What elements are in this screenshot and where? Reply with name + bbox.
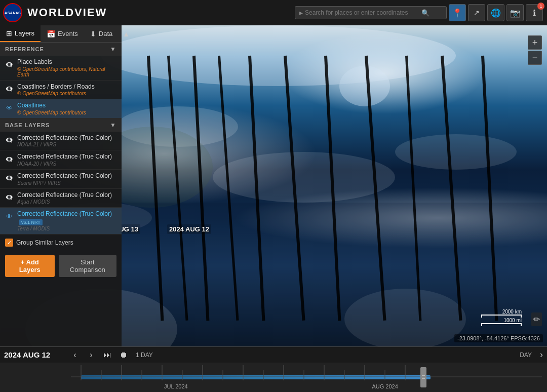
visibility-toggle[interactable]: 👁‍🗨 [4, 59, 14, 69]
layer-item[interactable]: 👁‍🗨 Corrected Reflectance (True Color) N… [0, 132, 122, 151]
search-bar[interactable]: ▸ 🔍 [295, 6, 447, 19]
edit-button[interactable]: ✏ [531, 312, 542, 326]
scale-bar: 2000 km 1000 mi [481, 309, 522, 326]
layer-info: Corrected Reflectance (True Color) Aqua … [17, 191, 118, 205]
visibility-toggle[interactable]: 👁‍🗨 [4, 84, 14, 94]
tab-data-label: Data [99, 30, 112, 37]
playhead-line [422, 377, 425, 377]
search-input[interactable] [305, 9, 421, 16]
search-icon[interactable]: 🔍 [421, 9, 429, 17]
timeline-top: 2024 AUG 12 ‹ › ⏭ ⏺ 1 DAY DAY › [0, 346, 547, 363]
globe-icon: 🌐 [491, 8, 501, 18]
playhead-line [422, 375, 425, 376]
layer-item[interactable]: 👁‍🗨 Coastlines / Borders / Roads © OpenS… [0, 81, 122, 100]
notification-badge: 1 [537, 3, 544, 10]
tab-layers[interactable]: ⊞ Layers [0, 25, 41, 42]
eye-on-icon: 👁 [6, 104, 13, 112]
layer-info: Coastlines / Borders / Roads © OpenStree… [17, 83, 118, 97]
layer-item[interactable]: 👁‍🗨 Corrected Reflectance (True Color) A… [0, 189, 122, 208]
data-tab-icon: ⬇ [90, 30, 96, 38]
camera-icon: 📷 [510, 8, 520, 18]
zoom-out-button[interactable]: − [528, 51, 542, 65]
add-layers-button[interactable]: + Add Layers [5, 255, 55, 277]
sidebar: REFERENCE ▼ 👁‍🗨 Place Labels © OpenStree… [0, 43, 122, 346]
timeline-skip-button[interactable]: ⏭ [101, 349, 113, 361]
layer-info: Corrected Reflectance (True Color) NOAA-… [17, 153, 118, 167]
reference-section-header[interactable]: REFERENCE ▼ [0, 43, 122, 56]
timeline-record-button[interactable]: ⏺ [118, 349, 130, 361]
info-icon: ℹ [533, 8, 536, 18]
eye-off-icon: 👁‍🗨 [5, 85, 13, 93]
base-layers-chevron-icon: ▼ [110, 122, 116, 129]
svg-point-1 [339, 66, 390, 106]
collapse-sidebar-button[interactable]: ▲ [119, 30, 134, 38]
timeline-forward-button[interactable]: › [85, 349, 97, 361]
scale-km: 2000 km [481, 309, 522, 315]
layer-source: Suomi NPP / VIIRS [17, 180, 118, 186]
reference-chevron-icon: ▼ [110, 46, 116, 53]
timeline-ticks-svg [0, 363, 547, 392]
location-button[interactable]: 📍 [449, 4, 466, 21]
tab-events[interactable]: 📅 Events [41, 25, 84, 42]
visibility-toggle[interactable]: 👁‍🗨 [4, 192, 14, 203]
layer-item[interactable]: 👁 Coastlines © OpenStreetMap contributor… [0, 99, 122, 119]
tab-bar: ⊞ Layers 📅 Events ⬇ Data ▲ [0, 25, 122, 43]
layer-source: Terra / MODIS [17, 226, 118, 231]
layer-source: Aqua / MODIS [17, 199, 118, 205]
start-comparison-button[interactable]: Start Comparison [59, 255, 116, 277]
eye-off-icon: 👁‍🗨 [5, 136, 13, 144]
layer-source: © OpenStreetMap contributors [17, 91, 118, 96]
layer-info: Corrected Reflectance (True Color) v6.1 … [17, 210, 118, 231]
layer-badge: v6.1 NRT [19, 219, 43, 225]
search-arrow-icon: ▸ [299, 9, 303, 17]
date-label-aug12: 2024 AUG 12 [167, 224, 211, 234]
timeline-date: 2024 AUG 12 [4, 350, 65, 359]
scale-mi: 1000 mi [481, 318, 522, 323]
day-label-left: 1 DAY [136, 351, 153, 359]
layer-item[interactable]: 👁‍🗨 Place Labels © OpenStreetMap contrib… [0, 56, 122, 81]
layer-info: Coastlines © OpenStreetMap contributors [17, 102, 118, 115]
svg-point-0 [101, 25, 456, 86]
visibility-toggle[interactable]: 👁 [4, 103, 14, 113]
reference-section-label: REFERENCE [5, 46, 44, 52]
app-title: WORLDVIEW [27, 6, 107, 19]
layer-item[interactable]: 👁 Corrected Reflectance (True Color) v6.… [0, 208, 122, 234]
layer-source: NOAA-20 / VIIRS [17, 161, 118, 167]
timeline-bar[interactable]: JUL 2024 AUG 2024 [0, 363, 547, 392]
layer-source: © OpenStreetMap contributors [17, 110, 118, 115]
layer-info: Place Labels © OpenStreetMap contributor… [17, 58, 118, 77]
layer-info: Corrected Reflectance (True Color) Suomi… [17, 172, 118, 186]
timeline-back-button[interactable]: ‹ [69, 349, 81, 361]
info-button[interactable]: ℹ 1 [526, 4, 543, 21]
share-button[interactable]: ↗ [468, 4, 485, 21]
layer-name: Corrected Reflectance (True Color) [17, 153, 118, 161]
zoom-in-button[interactable]: + [528, 35, 542, 50]
eye-off-icon: 👁‍🗨 [5, 174, 13, 182]
share-icon: ↗ [474, 9, 480, 17]
visibility-toggle[interactable]: 👁‍🗨 [4, 154, 14, 164]
timeline-right-arrow[interactable]: › [540, 349, 543, 360]
nasa-emblem: NASA [3, 3, 22, 22]
nasa-text: NASA [13, 11, 22, 15]
base-layers-section-header[interactable]: BASE LAYERS ▼ [0, 119, 122, 132]
playhead-line [422, 378, 425, 379]
layer-source: © OpenStreetMap contributors, Natural Ea… [17, 66, 118, 77]
group-similar-checkbox[interactable]: ✓ [5, 239, 13, 247]
header-toolbar: ▸ 🔍 📍 ↗ 🌐 📷 ℹ 1 [295, 4, 547, 21]
group-similar-section: ✓ Group Similar Layers [0, 234, 122, 251]
layer-item[interactable]: 👁‍🗨 Corrected Reflectance (True Color) N… [0, 150, 122, 170]
eye-off-icon: 👁‍🗨 [5, 155, 13, 163]
layer-name: Corrected Reflectance (True Color) v6.1 … [17, 210, 118, 226]
day-label-right: DAY [520, 351, 532, 359]
layer-item[interactable]: 👁‍🗨 Corrected Reflectance (True Color) S… [0, 170, 122, 189]
visibility-toggle[interactable]: 👁 [4, 211, 14, 221]
month-label-jul: JUL 2024 [164, 383, 188, 389]
visibility-toggle[interactable]: 👁‍🗨 [4, 173, 14, 183]
globe-button[interactable]: 🌐 [487, 4, 504, 21]
layer-name: Coastlines [17, 102, 118, 110]
timeline-playhead[interactable] [420, 367, 426, 388]
tab-data[interactable]: ⬇ Data [84, 25, 119, 42]
visibility-toggle[interactable]: 👁‍🗨 [4, 135, 14, 145]
camera-button[interactable]: 📷 [506, 4, 524, 21]
layer-name: Corrected Reflectance (True Color) [17, 172, 118, 180]
